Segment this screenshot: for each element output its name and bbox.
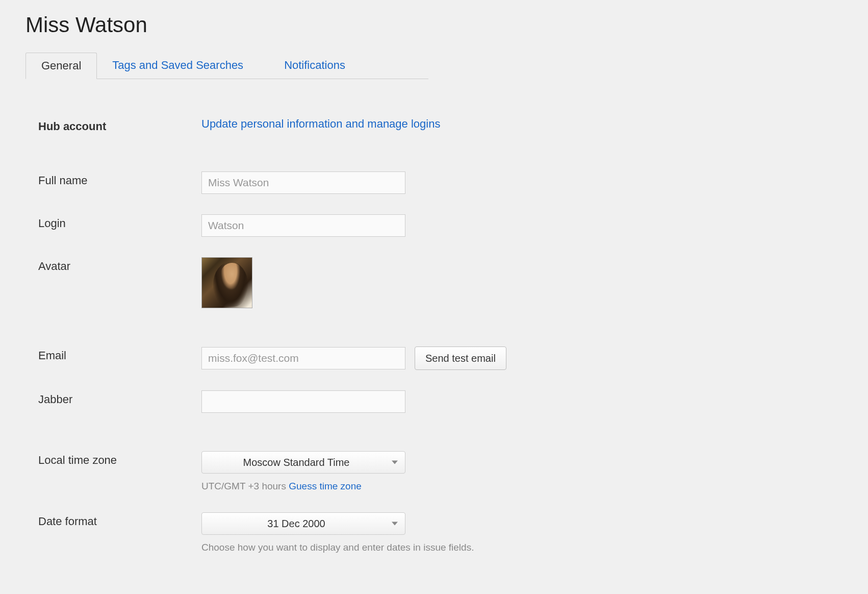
tab-general[interactable]: General [25,53,97,79]
input-login[interactable] [201,214,405,237]
link-guess-time-zone[interactable]: Guess time zone [289,481,362,491]
avatar-image[interactable] [201,257,252,308]
date-format-hint: Choose how you want to display and enter… [201,542,843,553]
label-jabber: Jabber [38,390,201,406]
label-full-name: Full name [38,171,201,187]
label-local-time-zone: Local time zone [38,451,201,467]
link-hub-account[interactable]: Update personal information and manage l… [201,117,440,130]
label-hub-account: Hub account [38,117,201,133]
tab-content-general: Hub account Update personal information … [25,79,843,553]
input-jabber[interactable] [201,390,405,413]
select-time-zone[interactable]: Moscow Standard Time [201,451,405,474]
label-login: Login [38,214,201,230]
label-avatar: Avatar [38,257,201,273]
tabs-bar: General Tags and Saved Searches Notifica… [25,53,428,79]
time-zone-hint: UTC/GMT +3 hours Guess time zone [201,481,843,492]
input-email[interactable] [201,347,405,369]
send-test-email-button[interactable]: Send test email [415,346,506,370]
tab-notifications[interactable]: Notifications [269,53,361,79]
select-time-zone-value: Moscow Standard Time [243,457,350,468]
page-title: Miss Watson [25,13,843,37]
label-email: Email [38,346,201,362]
select-date-format-value: 31 Dec 2000 [267,518,325,530]
chevron-down-icon [392,461,398,464]
time-zone-offset-text: UTC/GMT +3 hours [201,481,289,491]
tab-tags-saved-searches[interactable]: Tags and Saved Searches [97,53,259,79]
input-full-name[interactable] [201,171,405,194]
select-date-format[interactable]: 31 Dec 2000 [201,512,405,535]
chevron-down-icon [392,522,398,526]
label-date-format: Date format [38,512,201,528]
